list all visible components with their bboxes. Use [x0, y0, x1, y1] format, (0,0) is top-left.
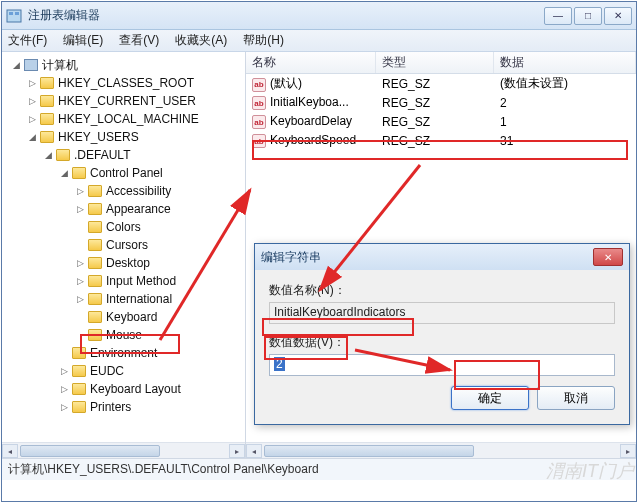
dialog-titlebar[interactable]: 编辑字符串 ✕: [255, 244, 629, 270]
table-row[interactable]: abKeyboardSpeed REG_SZ 31: [246, 131, 636, 150]
col-header-name[interactable]: 名称: [246, 52, 376, 73]
tree-cursors[interactable]: Cursors: [4, 236, 243, 254]
scroll-left-icon[interactable]: ◂: [2, 444, 18, 458]
menubar: 文件(F) 编辑(E) 查看(V) 收藏夹(A) 帮助(H): [2, 30, 636, 52]
expander-icon[interactable]: ▷: [74, 275, 86, 287]
scroll-thumb[interactable]: [20, 445, 160, 457]
tree-eudc[interactable]: ▷EUDC: [4, 362, 243, 380]
folder-icon: [88, 221, 102, 233]
col-header-data[interactable]: 数据: [494, 52, 636, 73]
statusbar: 计算机\HKEY_USERS\.DEFAULT\Control Panel\Ke…: [2, 458, 636, 480]
tree-hku[interactable]: ◢HKEY_USERS: [4, 128, 243, 146]
value-name-label: 数值名称(N)：: [269, 282, 615, 299]
tree-printers[interactable]: ▷Printers: [4, 398, 243, 416]
menu-edit[interactable]: 编辑(E): [63, 32, 103, 49]
cancel-button[interactable]: 取消: [537, 386, 615, 410]
table-row[interactable]: abKeyboardDelay REG_SZ 1: [246, 112, 636, 131]
expander-icon[interactable]: ◢: [58, 167, 70, 179]
expander-icon[interactable]: ▷: [58, 383, 70, 395]
scroll-thumb[interactable]: [264, 445, 474, 457]
tree-hkcu[interactable]: ▷HKEY_CURRENT_USER: [4, 92, 243, 110]
tree-desktop[interactable]: ▷Desktop: [4, 254, 243, 272]
window-title: 注册表编辑器: [28, 7, 544, 24]
tree-hklm[interactable]: ▷HKEY_LOCAL_MACHINE: [4, 110, 243, 128]
folder-icon: [40, 77, 54, 89]
tree-international[interactable]: ▷International: [4, 290, 243, 308]
tree-keyboard[interactable]: Keyboard: [4, 308, 243, 326]
expander-icon[interactable]: ▷: [74, 185, 86, 197]
tree-control-panel[interactable]: ◢Control Panel: [4, 164, 243, 182]
string-value-icon: ab: [252, 78, 266, 92]
tree-input-method[interactable]: ▷Input Method: [4, 272, 243, 290]
folder-icon: [56, 149, 70, 161]
value-data-field[interactable]: 2: [269, 354, 615, 376]
menu-favorites[interactable]: 收藏夹(A): [175, 32, 227, 49]
value-name-field: InitialKeyboardIndicators: [269, 302, 615, 324]
tree-mouse[interactable]: Mouse: [4, 326, 243, 344]
expander-icon[interactable]: ▷: [58, 401, 70, 413]
scroll-right-icon[interactable]: ▸: [229, 444, 245, 458]
expander-icon[interactable]: ▷: [74, 293, 86, 305]
expander-icon[interactable]: ▷: [26, 77, 38, 89]
table-row[interactable]: ab(默认) REG_SZ (数值未设置): [246, 74, 636, 93]
expander-icon[interactable]: ▷: [26, 113, 38, 125]
folder-icon: [88, 257, 102, 269]
tree-accessibility[interactable]: ▷Accessibility: [4, 182, 243, 200]
edit-string-dialog: 编辑字符串 ✕ 数值名称(N)： InitialKeyboardIndicato…: [254, 243, 630, 425]
folder-icon: [88, 203, 102, 215]
menu-view[interactable]: 查看(V): [119, 32, 159, 49]
string-value-icon: ab: [252, 134, 266, 148]
expander-icon[interactable]: ▷: [74, 257, 86, 269]
folder-icon: [72, 365, 86, 377]
col-header-type[interactable]: 类型: [376, 52, 494, 73]
expander-icon[interactable]: ◢: [10, 59, 22, 71]
minimize-button[interactable]: —: [544, 7, 572, 25]
folder-icon: [88, 275, 102, 287]
tree-keyboard-layout[interactable]: ▷Keyboard Layout: [4, 380, 243, 398]
expander-icon[interactable]: [74, 239, 86, 251]
dialog-title: 编辑字符串: [261, 249, 593, 266]
tree-hkcr[interactable]: ▷HKEY_CLASSES_ROOT: [4, 74, 243, 92]
tree-root[interactable]: ◢ 计算机: [4, 56, 243, 74]
window-controls: — □ ✕: [544, 7, 632, 25]
expander-icon[interactable]: ▷: [26, 95, 38, 107]
tree-environment[interactable]: Environment: [4, 344, 243, 362]
folder-icon: [40, 131, 54, 143]
list-header: 名称 类型 数据: [246, 52, 636, 74]
tree-pane[interactable]: ◢ 计算机 ▷HKEY_CLASSES_ROOT ▷HKEY_CURRENT_U…: [2, 52, 246, 458]
list-h-scrollbar[interactable]: ◂ ▸: [246, 442, 636, 458]
maximize-button[interactable]: □: [574, 7, 602, 25]
folder-icon: [72, 347, 86, 359]
ok-button[interactable]: 确定: [451, 386, 529, 410]
expander-icon[interactable]: [74, 329, 86, 341]
menu-help[interactable]: 帮助(H): [243, 32, 284, 49]
svg-rect-2: [15, 12, 19, 15]
expander-icon[interactable]: [58, 347, 70, 359]
expander-icon[interactable]: [74, 311, 86, 323]
menu-file[interactable]: 文件(F): [8, 32, 47, 49]
folder-icon: [40, 95, 54, 107]
expander-icon[interactable]: ▷: [74, 203, 86, 215]
computer-icon: [24, 59, 38, 71]
dialog-buttons: 确定 取消: [269, 386, 615, 410]
tree-default[interactable]: ◢.DEFAULT: [4, 146, 243, 164]
expander-icon[interactable]: ◢: [26, 131, 38, 143]
tree-appearance[interactable]: ▷Appearance: [4, 200, 243, 218]
table-row[interactable]: abInitialKeyboa... REG_SZ 2: [246, 93, 636, 112]
close-button[interactable]: ✕: [604, 7, 632, 25]
folder-icon: [72, 383, 86, 395]
scroll-left-icon[interactable]: ◂: [246, 444, 262, 458]
dialog-close-button[interactable]: ✕: [593, 248, 623, 266]
value-data-label: 数值数据(V)：: [269, 334, 615, 351]
expander-icon[interactable]: ◢: [42, 149, 54, 161]
scroll-right-icon[interactable]: ▸: [620, 444, 636, 458]
expander-icon[interactable]: ▷: [58, 365, 70, 377]
expander-icon[interactable]: [74, 221, 86, 233]
titlebar[interactable]: 注册表编辑器 — □ ✕: [2, 2, 636, 30]
tree-h-scrollbar[interactable]: ◂ ▸: [2, 442, 245, 458]
svg-rect-0: [7, 10, 21, 22]
folder-icon: [40, 113, 54, 125]
tree-colors[interactable]: Colors: [4, 218, 243, 236]
folder-icon: [72, 401, 86, 413]
string-value-icon: ab: [252, 96, 266, 110]
